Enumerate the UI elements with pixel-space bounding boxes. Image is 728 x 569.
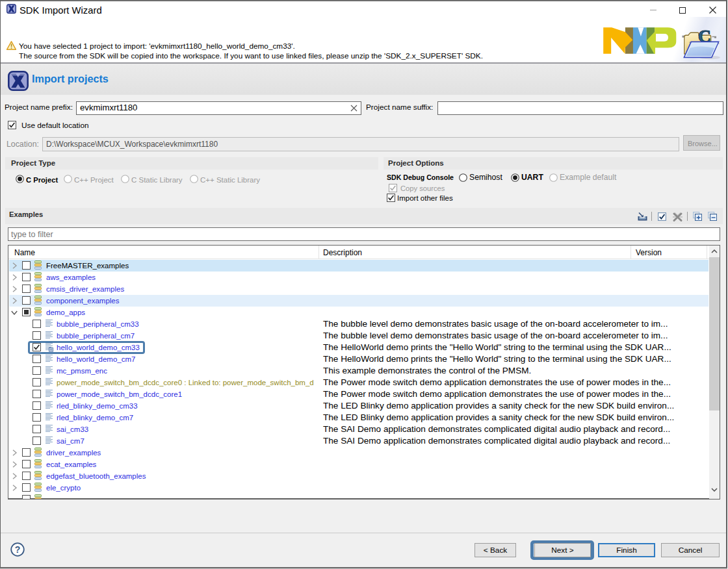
svg-text:?: ? bbox=[15, 544, 21, 555]
